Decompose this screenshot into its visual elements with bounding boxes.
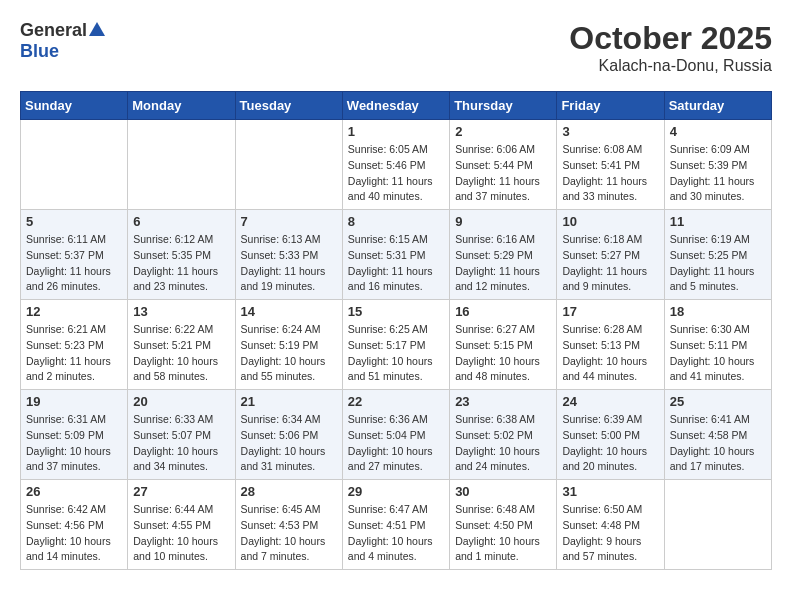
day-info: Sunrise: 6:15 AM Sunset: 5:31 PM Dayligh… — [348, 232, 444, 295]
day-of-week-header: Monday — [128, 92, 235, 120]
day-number: 11 — [670, 214, 766, 229]
calendar-day-cell: 28Sunrise: 6:45 AM Sunset: 4:53 PM Dayli… — [235, 480, 342, 570]
calendar-day-cell — [128, 120, 235, 210]
calendar-day-cell: 4Sunrise: 6:09 AM Sunset: 5:39 PM Daylig… — [664, 120, 771, 210]
day-info: Sunrise: 6:45 AM Sunset: 4:53 PM Dayligh… — [241, 502, 337, 565]
day-info: Sunrise: 6:48 AM Sunset: 4:50 PM Dayligh… — [455, 502, 551, 565]
day-number: 2 — [455, 124, 551, 139]
title-block: October 2025 Kalach-na-Donu, Russia — [569, 20, 772, 75]
calendar-day-cell: 6Sunrise: 6:12 AM Sunset: 5:35 PM Daylig… — [128, 210, 235, 300]
day-of-week-header: Sunday — [21, 92, 128, 120]
day-info: Sunrise: 6:09 AM Sunset: 5:39 PM Dayligh… — [670, 142, 766, 205]
day-number: 6 — [133, 214, 229, 229]
day-number: 17 — [562, 304, 658, 319]
day-number: 7 — [241, 214, 337, 229]
calendar-day-cell: 12Sunrise: 6:21 AM Sunset: 5:23 PM Dayli… — [21, 300, 128, 390]
day-info: Sunrise: 6:27 AM Sunset: 5:15 PM Dayligh… — [455, 322, 551, 385]
calendar-day-cell: 13Sunrise: 6:22 AM Sunset: 5:21 PM Dayli… — [128, 300, 235, 390]
day-info: Sunrise: 6:08 AM Sunset: 5:41 PM Dayligh… — [562, 142, 658, 205]
day-number: 19 — [26, 394, 122, 409]
day-info: Sunrise: 6:13 AM Sunset: 5:33 PM Dayligh… — [241, 232, 337, 295]
day-number: 29 — [348, 484, 444, 499]
calendar-day-cell — [235, 120, 342, 210]
day-of-week-header: Tuesday — [235, 92, 342, 120]
day-of-week-header: Saturday — [664, 92, 771, 120]
location: Kalach-na-Donu, Russia — [569, 57, 772, 75]
day-number: 23 — [455, 394, 551, 409]
day-info: Sunrise: 6:24 AM Sunset: 5:19 PM Dayligh… — [241, 322, 337, 385]
calendar-day-cell: 18Sunrise: 6:30 AM Sunset: 5:11 PM Dayli… — [664, 300, 771, 390]
calendar-day-cell: 7Sunrise: 6:13 AM Sunset: 5:33 PM Daylig… — [235, 210, 342, 300]
day-info: Sunrise: 6:25 AM Sunset: 5:17 PM Dayligh… — [348, 322, 444, 385]
day-number: 13 — [133, 304, 229, 319]
day-number: 21 — [241, 394, 337, 409]
calendar-day-cell: 16Sunrise: 6:27 AM Sunset: 5:15 PM Dayli… — [450, 300, 557, 390]
day-number: 24 — [562, 394, 658, 409]
calendar-day-cell: 15Sunrise: 6:25 AM Sunset: 5:17 PM Dayli… — [342, 300, 449, 390]
logo-triangle-icon — [89, 22, 105, 40]
month-title: October 2025 — [569, 20, 772, 57]
day-number: 1 — [348, 124, 444, 139]
calendar-week-row: 26Sunrise: 6:42 AM Sunset: 4:56 PM Dayli… — [21, 480, 772, 570]
calendar-week-row: 5Sunrise: 6:11 AM Sunset: 5:37 PM Daylig… — [21, 210, 772, 300]
logo: General Blue — [20, 20, 105, 62]
calendar-day-cell: 2Sunrise: 6:06 AM Sunset: 5:44 PM Daylig… — [450, 120, 557, 210]
calendar-day-cell: 22Sunrise: 6:36 AM Sunset: 5:04 PM Dayli… — [342, 390, 449, 480]
day-number: 4 — [670, 124, 766, 139]
day-info: Sunrise: 6:28 AM Sunset: 5:13 PM Dayligh… — [562, 322, 658, 385]
day-number: 27 — [133, 484, 229, 499]
calendar-day-cell: 24Sunrise: 6:39 AM Sunset: 5:00 PM Dayli… — [557, 390, 664, 480]
calendar-day-cell: 20Sunrise: 6:33 AM Sunset: 5:07 PM Dayli… — [128, 390, 235, 480]
day-info: Sunrise: 6:16 AM Sunset: 5:29 PM Dayligh… — [455, 232, 551, 295]
calendar-day-cell: 29Sunrise: 6:47 AM Sunset: 4:51 PM Dayli… — [342, 480, 449, 570]
calendar-week-row: 19Sunrise: 6:31 AM Sunset: 5:09 PM Dayli… — [21, 390, 772, 480]
calendar-day-cell: 25Sunrise: 6:41 AM Sunset: 4:58 PM Dayli… — [664, 390, 771, 480]
day-number: 16 — [455, 304, 551, 319]
day-info: Sunrise: 6:33 AM Sunset: 5:07 PM Dayligh… — [133, 412, 229, 475]
day-number: 10 — [562, 214, 658, 229]
calendar-day-cell: 30Sunrise: 6:48 AM Sunset: 4:50 PM Dayli… — [450, 480, 557, 570]
day-info: Sunrise: 6:05 AM Sunset: 5:46 PM Dayligh… — [348, 142, 444, 205]
day-info: Sunrise: 6:12 AM Sunset: 5:35 PM Dayligh… — [133, 232, 229, 295]
day-number: 31 — [562, 484, 658, 499]
day-info: Sunrise: 6:41 AM Sunset: 4:58 PM Dayligh… — [670, 412, 766, 475]
calendar-day-cell: 19Sunrise: 6:31 AM Sunset: 5:09 PM Dayli… — [21, 390, 128, 480]
calendar-day-cell — [664, 480, 771, 570]
day-info: Sunrise: 6:39 AM Sunset: 5:00 PM Dayligh… — [562, 412, 658, 475]
calendar-day-cell: 14Sunrise: 6:24 AM Sunset: 5:19 PM Dayli… — [235, 300, 342, 390]
calendar-day-cell: 11Sunrise: 6:19 AM Sunset: 5:25 PM Dayli… — [664, 210, 771, 300]
day-info: Sunrise: 6:18 AM Sunset: 5:27 PM Dayligh… — [562, 232, 658, 295]
day-number: 22 — [348, 394, 444, 409]
day-number: 26 — [26, 484, 122, 499]
day-number: 14 — [241, 304, 337, 319]
day-info: Sunrise: 6:30 AM Sunset: 5:11 PM Dayligh… — [670, 322, 766, 385]
calendar-day-cell: 10Sunrise: 6:18 AM Sunset: 5:27 PM Dayli… — [557, 210, 664, 300]
calendar-day-cell: 3Sunrise: 6:08 AM Sunset: 5:41 PM Daylig… — [557, 120, 664, 210]
day-number: 28 — [241, 484, 337, 499]
day-of-week-header: Thursday — [450, 92, 557, 120]
day-info: Sunrise: 6:11 AM Sunset: 5:37 PM Dayligh… — [26, 232, 122, 295]
day-number: 9 — [455, 214, 551, 229]
calendar-day-cell: 23Sunrise: 6:38 AM Sunset: 5:02 PM Dayli… — [450, 390, 557, 480]
day-number: 15 — [348, 304, 444, 319]
svg-marker-0 — [89, 22, 105, 36]
day-number: 18 — [670, 304, 766, 319]
calendar-day-cell: 21Sunrise: 6:34 AM Sunset: 5:06 PM Dayli… — [235, 390, 342, 480]
logo-general-text: General — [20, 20, 87, 41]
calendar-day-cell: 26Sunrise: 6:42 AM Sunset: 4:56 PM Dayli… — [21, 480, 128, 570]
calendar-day-cell: 17Sunrise: 6:28 AM Sunset: 5:13 PM Dayli… — [557, 300, 664, 390]
calendar-week-row: 12Sunrise: 6:21 AM Sunset: 5:23 PM Dayli… — [21, 300, 772, 390]
logo-blue-text: Blue — [20, 41, 59, 61]
page-header: General Blue October 2025 Kalach-na-Donu… — [20, 20, 772, 75]
day-info: Sunrise: 6:44 AM Sunset: 4:55 PM Dayligh… — [133, 502, 229, 565]
day-number: 8 — [348, 214, 444, 229]
day-info: Sunrise: 6:19 AM Sunset: 5:25 PM Dayligh… — [670, 232, 766, 295]
day-number: 12 — [26, 304, 122, 319]
day-info: Sunrise: 6:06 AM Sunset: 5:44 PM Dayligh… — [455, 142, 551, 205]
day-info: Sunrise: 6:36 AM Sunset: 5:04 PM Dayligh… — [348, 412, 444, 475]
calendar-table: SundayMondayTuesdayWednesdayThursdayFrid… — [20, 91, 772, 570]
day-of-week-header: Friday — [557, 92, 664, 120]
calendar-day-cell: 8Sunrise: 6:15 AM Sunset: 5:31 PM Daylig… — [342, 210, 449, 300]
day-number: 5 — [26, 214, 122, 229]
calendar-day-cell: 31Sunrise: 6:50 AM Sunset: 4:48 PM Dayli… — [557, 480, 664, 570]
